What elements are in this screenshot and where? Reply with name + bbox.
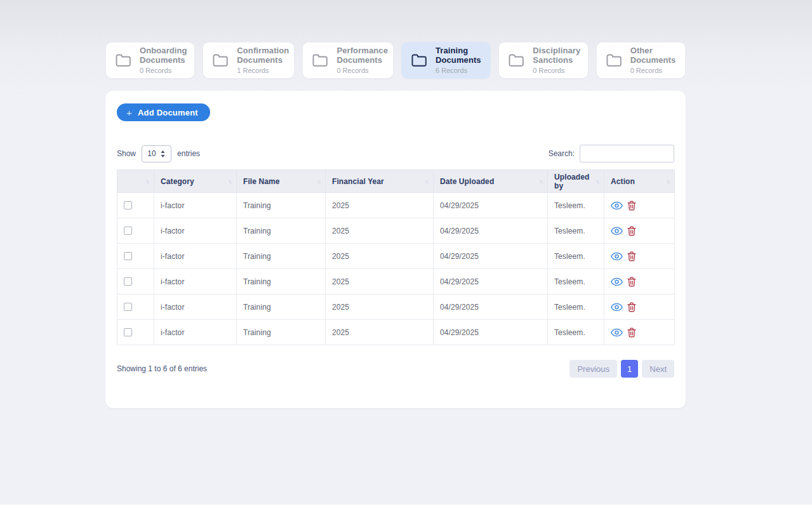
delete-document-button[interactable] [627, 327, 636, 338]
select-spinner-icon [160, 150, 166, 158]
row-select-checkbox[interactable] [124, 227, 132, 235]
delete-document-button[interactable] [627, 251, 636, 261]
view-document-button[interactable] [611, 227, 623, 235]
column-header-category[interactable]: Category↑↓ [154, 170, 237, 193]
trash-icon [627, 251, 636, 261]
uploaded-by-cell: Tesleem. [548, 269, 604, 294]
pagination: Previous 1 Next [569, 360, 674, 378]
documents-card: + Add Document Show 10 entries Search: ↑… [105, 91, 686, 408]
table-controls: Show 10 entries Search: [117, 145, 674, 162]
entries-summary: Showing 1 to 6 of 6 entries [117, 364, 207, 373]
column-header-financial-year[interactable]: Financial Year↑↓ [326, 170, 434, 193]
tab-records-count: 1 Records [237, 67, 289, 74]
previous-page-button[interactable]: Previous [569, 360, 617, 378]
financial-year-cell: 2025 [326, 193, 434, 218]
uploaded-by-cell: Tesleem. [548, 244, 604, 269]
add-document-label: Add Document [138, 108, 198, 117]
date-uploaded-cell: 04/29/2025 [434, 269, 548, 294]
page-1-button[interactable]: 1 [621, 360, 638, 378]
trash-icon [627, 327, 636, 338]
tab-title: Onboarding Documents [140, 46, 189, 65]
folder-icon [115, 53, 132, 67]
column-header-action[interactable]: Action↑↓ [604, 170, 675, 193]
folder-icon [606, 53, 623, 67]
tab-other-documents[interactable]: Other Documents 0 Records [596, 42, 686, 79]
category-cell: i-factor [154, 244, 237, 269]
table-row: i-factor Training 2025 04/29/2025 Teslee… [117, 294, 675, 320]
page-size-value: 10 [147, 149, 156, 158]
row-select-checkbox[interactable] [124, 201, 132, 209]
table-row: i-factor Training 2025 04/29/2025 Teslee… [117, 244, 675, 269]
trash-icon [627, 302, 636, 312]
view-document-button[interactable] [611, 201, 623, 210]
date-uploaded-cell: 04/29/2025 [434, 193, 548, 218]
tab-title: Other Documents [630, 46, 680, 65]
tab-performance-documents[interactable]: Performance Documents 0 Records [302, 42, 394, 79]
delete-document-button[interactable] [627, 226, 636, 236]
column-header-date-uploaded[interactable]: Date Uploaded↑↓ [434, 170, 548, 193]
documents-table: ↑↓ Category↑↓ File Name↑↓ Financial Year… [117, 169, 675, 345]
trash-icon [627, 277, 636, 287]
search-input[interactable] [580, 145, 674, 162]
uploaded-by-cell: Tesleem. [548, 320, 604, 345]
file-name-cell: Training [237, 320, 326, 345]
column-header-select[interactable]: ↑↓ [117, 170, 154, 193]
table-header-row: ↑↓ Category↑↓ File Name↑↓ Financial Year… [117, 170, 675, 193]
sort-icon: ↑↓ [666, 178, 669, 185]
tab-records-count: 0 Records [533, 67, 582, 74]
date-uploaded-cell: 04/29/2025 [434, 320, 548, 345]
sort-icon: ↑↓ [145, 178, 149, 185]
table-footer: Showing 1 to 6 of 6 entries Previous 1 N… [117, 360, 674, 378]
view-document-button[interactable] [611, 277, 623, 286]
sort-icon: ↑↓ [539, 178, 542, 185]
folder-icon [312, 53, 329, 67]
category-cell: i-factor [154, 193, 237, 218]
entries-label: entries [177, 149, 200, 158]
uploaded-by-cell: Tesleem. [548, 294, 604, 320]
view-document-button[interactable] [611, 328, 623, 337]
next-page-button[interactable]: Next [642, 360, 674, 378]
tab-onboarding-documents[interactable]: Onboarding Documents 0 Records [105, 42, 195, 79]
eye-icon [611, 277, 623, 286]
tab-records-count: 0 Records [630, 67, 680, 74]
trash-icon [627, 201, 636, 211]
row-select-checkbox[interactable] [124, 303, 132, 311]
uploaded-by-cell: Tesleem. [548, 193, 604, 218]
tab-records-count: 0 Records [140, 67, 189, 74]
category-cell: i-factor [154, 269, 237, 294]
tab-confirmation-documents[interactable]: Confirmation Documents 1 Records [203, 42, 295, 79]
view-document-button[interactable] [611, 303, 623, 312]
financial-year-cell: 2025 [326, 244, 434, 269]
page-size-select[interactable]: 10 [142, 145, 171, 162]
delete-document-button[interactable] [627, 302, 636, 312]
add-document-button[interactable]: + Add Document [117, 103, 210, 121]
delete-document-button[interactable] [627, 201, 636, 211]
column-header-file-name[interactable]: File Name↑↓ [237, 170, 326, 193]
search-label: Search: [549, 149, 575, 158]
row-select-checkbox[interactable] [124, 328, 132, 336]
row-select-checkbox[interactable] [124, 277, 132, 286]
file-name-cell: Training [237, 218, 326, 244]
folder-icon [411, 53, 428, 67]
table-body: i-factor Training 2025 04/29/2025 Teslee… [117, 193, 675, 345]
date-uploaded-cell: 04/29/2025 [434, 244, 548, 269]
row-select-checkbox[interactable] [124, 252, 132, 260]
trash-icon [627, 226, 636, 236]
view-document-button[interactable] [611, 252, 623, 261]
tab-training-documents[interactable]: Training Documents 6 Records [401, 42, 491, 79]
category-cell: i-factor [154, 294, 237, 320]
delete-document-button[interactable] [627, 277, 636, 287]
sort-icon: ↑↓ [425, 178, 428, 185]
tab-records-count: 0 Records [336, 67, 388, 74]
column-header-uploaded-by[interactable]: Uploaded by↑↓ [548, 170, 604, 193]
file-name-cell: Training [237, 269, 326, 294]
sort-icon: ↑↓ [596, 178, 599, 185]
tab-title: Disciplinary Sanctions [533, 46, 582, 65]
category-cell: i-factor [154, 320, 237, 345]
table-row: i-factor Training 2025 04/29/2025 Teslee… [117, 320, 675, 345]
plus-icon: + [126, 108, 132, 117]
sort-icon: ↑↓ [317, 178, 320, 185]
table-row: i-factor Training 2025 04/29/2025 Teslee… [117, 193, 675, 218]
tab-title: Confirmation Documents [237, 46, 289, 65]
tab-disciplinary-sanctions[interactable]: Disciplinary Sanctions 0 Records [498, 42, 588, 79]
